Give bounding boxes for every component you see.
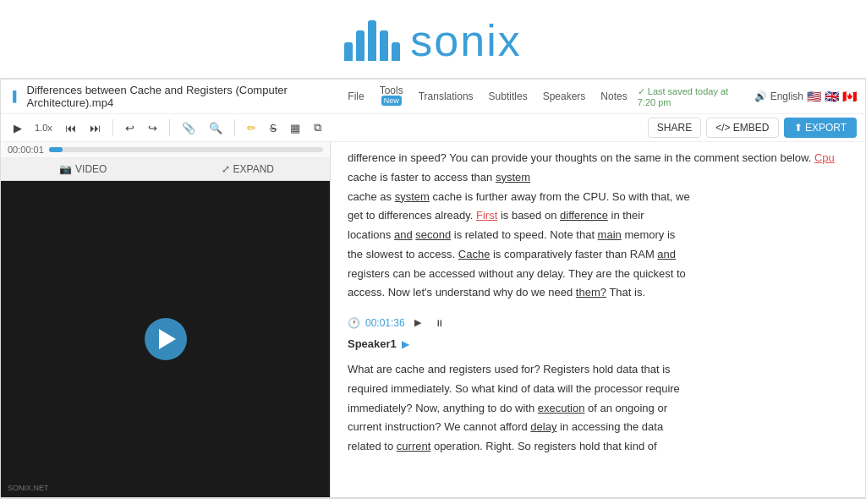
first-highlight: First bbox=[476, 209, 497, 222]
delay-underline: delay bbox=[530, 420, 556, 433]
system-underline-2: system bbox=[395, 190, 430, 203]
copy-button[interactable]: ⧉ bbox=[310, 118, 326, 137]
camera-icon: 📷 bbox=[59, 163, 72, 175]
segment-header: 🕐 00:01:36 ▶ ⏸ bbox=[331, 310, 865, 334]
logo-text: sonix bbox=[410, 15, 521, 66]
and-underline: and bbox=[394, 228, 413, 241]
tab-expand[interactable]: ⤢ EXPAND bbox=[166, 158, 331, 180]
speaker-row: Speaker1 ▶ bbox=[331, 334, 865, 353]
file-title: Differences between Cache and Registers … bbox=[27, 84, 330, 109]
transcript-section-1: difference in speed? You can provide you… bbox=[331, 142, 865, 310]
expand-icon: ⤢ bbox=[222, 163, 230, 175]
export-button[interactable]: ⬆ EXPORT bbox=[784, 118, 857, 138]
share-button[interactable]: SHARE bbox=[648, 118, 701, 138]
saved-status: ✓ Last saved today at 7:20 pm bbox=[638, 86, 748, 107]
menu-file[interactable]: File bbox=[344, 89, 367, 104]
bar3 bbox=[368, 20, 376, 61]
editor-container: ▐ Differences between Cache and Register… bbox=[0, 79, 866, 498]
menu-speakers[interactable]: Speakers bbox=[540, 89, 589, 104]
video-tabs: 📷 VIDEO ⤢ EXPAND bbox=[1, 158, 330, 181]
menu-subtitles[interactable]: Subtitles bbox=[485, 89, 531, 104]
transcript-paragraph-1: difference in speed? You can provide you… bbox=[348, 149, 848, 303]
current-underline: current bbox=[397, 440, 430, 452]
play-button[interactable]: ▶ bbox=[9, 119, 26, 137]
logo-bar: sonix bbox=[0, 0, 866, 79]
bottom-bar: ⚙ PREFERENCES ⌨ SHORTCUTS ≡ SUBTITLES ↗ … bbox=[0, 498, 866, 504]
segment-options-button[interactable]: ⏸ bbox=[430, 315, 448, 331]
flag-us: 🇺🇸 bbox=[807, 90, 821, 103]
cpu-highlight: Cpu bbox=[814, 151, 835, 164]
bar5 bbox=[392, 42, 400, 61]
main-underline: main bbox=[598, 228, 622, 241]
app-logo: sonix bbox=[344, 15, 521, 66]
tools-new-badge: New bbox=[381, 96, 402, 106]
current-time: 00:00:01 bbox=[8, 145, 44, 155]
speaker-label: Speaker1 bbox=[348, 337, 397, 350]
execution-underline: execution bbox=[538, 402, 585, 414]
bar4 bbox=[380, 30, 388, 61]
language-area[interactable]: 🔊 English 🇺🇸 🇬🇧 🇨🇦 bbox=[754, 90, 857, 103]
speaker-arrow-icon[interactable]: ▶ bbox=[402, 338, 409, 350]
logo-bars-icon bbox=[344, 20, 400, 61]
attach-button[interactable]: 📎 bbox=[178, 119, 200, 137]
clock-icon: 🕐 bbox=[348, 317, 360, 329]
lang-label: English bbox=[770, 90, 803, 102]
difference-underline: difference bbox=[560, 209, 608, 222]
segment-time: 00:01:36 bbox=[365, 317, 405, 329]
toolbar-bar: ▶ 1.0x ⏮ ⏭ ↩ ↪ 📎 🔍 ✏ S̶ ▦ ⧉ SHARE </> EM… bbox=[1, 114, 865, 142]
rewind-button[interactable]: ⏮ bbox=[61, 119, 80, 137]
toolbar-sep2 bbox=[169, 119, 170, 136]
file-bar: ▐ Differences between Cache and Register… bbox=[1, 79, 865, 114]
video-icon: ▐ bbox=[9, 90, 17, 102]
menu-tools[interactable]: Tools New bbox=[376, 83, 407, 110]
segment-play-button[interactable]: ▶ bbox=[410, 315, 425, 331]
timeline-progress bbox=[49, 147, 63, 152]
embed-button[interactable]: </> EMBED bbox=[706, 118, 778, 138]
cache-underline: Cache bbox=[458, 248, 491, 260]
tab-video[interactable]: 📷 VIDEO bbox=[1, 158, 166, 180]
menu-notes[interactable]: Notes bbox=[597, 89, 630, 104]
search-button[interactable]: 🔍 bbox=[205, 119, 227, 137]
export-icon: ⬆ bbox=[794, 122, 803, 134]
transcript-section-2: What are cache and registers used for? R… bbox=[331, 353, 865, 463]
and2-underline: and bbox=[657, 248, 676, 260]
transcript-paragraph-2: What are cache and registers used for? R… bbox=[348, 360, 848, 457]
video-player[interactable]: SONIX.NET bbox=[1, 181, 330, 497]
system-underline-1: system bbox=[496, 171, 530, 184]
time-bar: 00:00:01 bbox=[1, 142, 330, 158]
video-watermark: SONIX.NET bbox=[8, 484, 49, 492]
speed-badge: 1.0x bbox=[31, 121, 56, 134]
undo-button[interactable]: ↩ bbox=[121, 119, 139, 137]
main-area: 00:00:01 📷 VIDEO ⤢ EXPAND bbox=[1, 142, 865, 497]
toolbar-sep1 bbox=[112, 119, 113, 136]
toolbar-sep3 bbox=[234, 119, 235, 136]
play-triangle-icon bbox=[159, 329, 176, 349]
strikethrough-button[interactable]: S̶ bbox=[266, 119, 281, 137]
menu-translations[interactable]: Translations bbox=[415, 89, 477, 104]
play-big-button[interactable] bbox=[145, 318, 187, 360]
timeline-track[interactable] bbox=[49, 147, 323, 152]
bar1 bbox=[344, 42, 353, 61]
second-underline: second bbox=[415, 228, 451, 241]
action-buttons: SHARE </> EMBED ⬆ EXPORT bbox=[648, 118, 857, 138]
menu-items: File Tools New Translations Subtitles Sp… bbox=[344, 83, 630, 110]
left-panel: 00:00:01 📷 VIDEO ⤢ EXPAND bbox=[1, 142, 331, 497]
flag-gb: 🇬🇧 bbox=[825, 90, 839, 103]
flag-ca: 🇨🇦 bbox=[842, 90, 857, 103]
them-underline: them? bbox=[576, 286, 606, 299]
redo-button[interactable]: ↪ bbox=[144, 119, 162, 137]
highlight-button[interactable]: ✏ bbox=[243, 119, 260, 137]
right-panel[interactable]: difference in speed? You can provide you… bbox=[331, 142, 865, 497]
bar2 bbox=[356, 30, 364, 61]
speaker-icon: 🔊 bbox=[754, 90, 767, 102]
forward-button[interactable]: ⏭ bbox=[85, 119, 105, 137]
format-button[interactable]: ▦ bbox=[286, 119, 304, 137]
